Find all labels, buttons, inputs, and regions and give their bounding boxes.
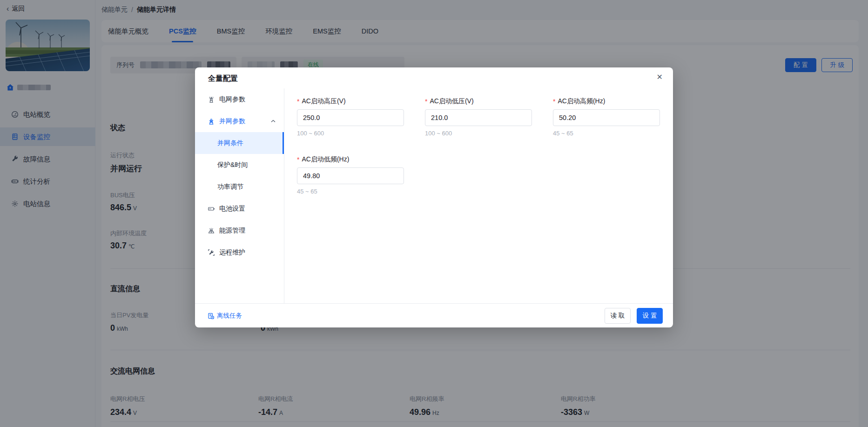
nav-item-label: 能源管理 <box>219 227 245 235</box>
field-label: AC启动高频(Hz) <box>558 97 605 106</box>
read-button[interactable]: 读取 <box>605 308 631 324</box>
field-ac-start-low-voltage: *AC启动低压(V) 100 ~ 600 <box>425 96 532 137</box>
close-icon[interactable]: ✕ <box>657 73 663 81</box>
nav-item-label: 电网参数 <box>219 95 245 104</box>
power-tower-icon <box>208 96 215 103</box>
full-config-modal: 全量配置 ✕ 电网参数 并网参数 并网条件 保护&时间 功率调节 <box>195 67 673 327</box>
nav-battery-settings[interactable]: 电池设置 <box>195 198 284 220</box>
modal-footer: 离线任务 读取 设置 <box>195 303 673 327</box>
battery-icon <box>208 205 215 213</box>
field-ac-start-high-frequency: *AC启动高频(Hz) 45 ~ 65 <box>553 96 660 137</box>
config-nav: 电网参数 并网参数 并网条件 保护&时间 功率调节 电池设置 <box>195 88 284 303</box>
offline-tasks-label: 离线任务 <box>217 312 242 320</box>
ac-start-low-voltage-input[interactable] <box>425 109 532 126</box>
chevron-up-icon <box>271 120 276 123</box>
field-ac-start-low-frequency: *AC启动低频(Hz) 45 ~ 65 <box>297 154 404 195</box>
field-label: AC启动低频(Hz) <box>302 155 349 164</box>
set-button[interactable]: 设置 <box>637 308 663 324</box>
nav-item-label: 远程维护 <box>219 248 245 257</box>
ongrid-conditions-form: *AC启动高压(V) 100 ~ 600 *AC启动低压(V) 100 ~ 60… <box>297 96 659 195</box>
nav-remote-maintenance[interactable]: 远程维护 <box>195 241 284 263</box>
field-label: AC启动高压(V) <box>302 97 345 106</box>
offline-tasks-link[interactable]: 离线任务 <box>208 312 242 320</box>
field-range-hint: 45 ~ 65 <box>553 130 660 137</box>
field-range-hint: 45 ~ 65 <box>297 188 404 195</box>
nav-power-regulation[interactable]: 功率调节 <box>195 176 284 198</box>
app-window: ‹ 返回 <box>0 0 868 427</box>
ac-start-high-frequency-input[interactable] <box>553 109 660 126</box>
nav-energy-management[interactable]: 能源管理 <box>195 220 284 241</box>
field-label: AC启动低压(V) <box>430 97 473 106</box>
nav-ongrid-conditions[interactable]: 并网条件 <box>195 132 284 154</box>
required-star: * <box>553 98 555 105</box>
modal-title: 全量配置 <box>208 74 238 84</box>
nav-item-label: 并网参数 <box>219 117 245 126</box>
nav-protection-time[interactable]: 保护&时间 <box>195 154 284 176</box>
ac-start-high-voltage-input[interactable] <box>297 109 404 126</box>
required-star: * <box>425 98 427 105</box>
nav-grid-params[interactable]: 电网参数 <box>195 88 284 110</box>
required-star: * <box>297 98 299 105</box>
ac-start-low-frequency-input[interactable] <box>297 167 404 184</box>
energy-panels-icon <box>208 227 215 234</box>
field-range-hint: 100 ~ 600 <box>297 130 404 137</box>
remote-wrench-icon <box>208 249 215 256</box>
field-ac-start-high-voltage: *AC启动高压(V) 100 ~ 600 <box>297 96 404 137</box>
nav-ongrid-params[interactable]: 并网参数 <box>195 110 284 132</box>
required-star: * <box>297 156 299 163</box>
grid-connect-icon <box>208 118 215 125</box>
field-range-hint: 100 ~ 600 <box>425 130 532 137</box>
offline-task-doc-icon <box>208 313 214 319</box>
nav-item-label: 电池设置 <box>219 205 245 213</box>
